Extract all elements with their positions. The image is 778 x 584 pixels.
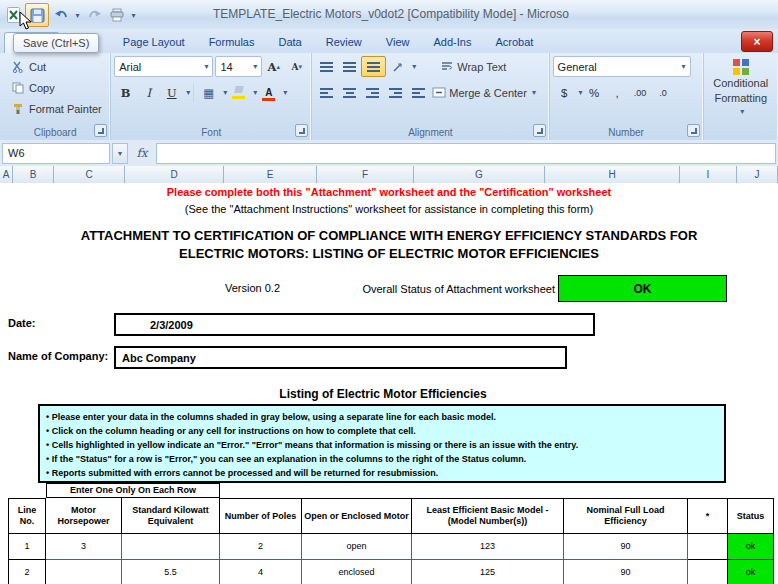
- col-header-open-enclosed[interactable]: Open or Enclosed Motor: [302, 498, 412, 534]
- column-header-j[interactable]: J: [737, 166, 778, 183]
- cell-status[interactable]: ok: [728, 534, 774, 560]
- tab-view[interactable]: View: [374, 32, 422, 53]
- cell-horsepower[interactable]: [46, 560, 122, 584]
- orientation-button[interactable]: [386, 57, 409, 76]
- shrink-font-button[interactable]: A▾: [285, 57, 308, 76]
- font-family-select[interactable]: Arial ▾: [114, 56, 213, 77]
- column-header-a[interactable]: A: [0, 166, 13, 183]
- decrease-indent-button[interactable]: [384, 83, 407, 102]
- column-header-c[interactable]: C: [54, 166, 125, 183]
- col-header-model[interactable]: Least Efficient Basic Model - (Model Num…: [412, 498, 564, 534]
- table-group-header[interactable]: Enter One Only On Each Row: [46, 483, 220, 498]
- company-value-cell[interactable]: Abc Company: [114, 346, 567, 369]
- tab-formulas[interactable]: Formulas: [197, 32, 267, 53]
- decrease-decimal-button[interactable]: .0: [652, 83, 675, 102]
- col-header-efficiency[interactable]: Nominal Full Load Efficiency: [564, 498, 688, 534]
- align-bottom-button[interactable]: [361, 56, 386, 77]
- align-top-button[interactable]: [315, 57, 338, 76]
- formula-input[interactable]: [156, 143, 776, 164]
- cell-efficiency[interactable]: 90: [564, 560, 688, 584]
- qat-more-button[interactable]: ▾: [129, 11, 138, 20]
- percent-button[interactable]: %: [583, 83, 606, 102]
- font-size-select[interactable]: 14 ▾: [215, 56, 262, 77]
- column-header-b[interactable]: B: [13, 166, 54, 183]
- close-button[interactable]: ×: [741, 31, 773, 52]
- grow-font-button[interactable]: A▴: [262, 57, 285, 76]
- cell-efficiency[interactable]: 90: [564, 534, 688, 560]
- undo-caret[interactable]: ▾: [73, 11, 82, 20]
- align-center-button[interactable]: [338, 83, 361, 102]
- decrease-indent-icon: [389, 88, 402, 98]
- name-box-caret[interactable]: ▾: [112, 143, 128, 164]
- cell-poles[interactable]: 4: [220, 560, 302, 584]
- fill-color-button[interactable]: [227, 83, 250, 102]
- redo-button[interactable]: [83, 4, 105, 26]
- cell-poles[interactable]: 2: [220, 534, 302, 560]
- col-header-kilowatt[interactable]: Standard Kilowatt Equivalent: [122, 498, 220, 534]
- align-left-button[interactable]: [315, 83, 338, 102]
- cell-line-no[interactable]: 2: [8, 560, 46, 584]
- column-header-f[interactable]: F: [317, 166, 414, 183]
- copy-button[interactable]: Copy: [0, 79, 110, 97]
- column-header-e[interactable]: E: [224, 166, 317, 183]
- cut-button[interactable]: Cut: [0, 58, 110, 76]
- orientation-caret[interactable]: ▾: [412, 62, 416, 71]
- comma-style-button[interactable]: ,: [606, 83, 629, 102]
- currency-button[interactable]: $: [553, 83, 576, 102]
- font-group-label: Font: [111, 127, 311, 138]
- font-color-button[interactable]: A: [257, 83, 280, 102]
- increase-decimal-button[interactable]: .00: [629, 83, 652, 102]
- date-value-cell[interactable]: 2/3/2009: [114, 313, 595, 336]
- column-header-h[interactable]: H: [545, 166, 680, 183]
- clipboard-dialog-launcher[interactable]: [94, 124, 107, 137]
- cell-asterisk[interactable]: [688, 560, 728, 584]
- column-header-g[interactable]: G: [414, 166, 545, 183]
- cell-asterisk[interactable]: [688, 534, 728, 560]
- tab-review[interactable]: Review: [314, 32, 374, 53]
- column-header-i[interactable]: I: [680, 166, 737, 183]
- tab-data[interactable]: Data: [266, 32, 313, 53]
- worksheet[interactable]: Please complete both this "Attachment" w…: [0, 183, 778, 584]
- format-painter-button[interactable]: Format Painter: [0, 100, 110, 118]
- col-header-asterisk[interactable]: *: [688, 498, 728, 534]
- align-middle-button[interactable]: [338, 57, 361, 76]
- underline-caret[interactable]: ▾: [186, 88, 190, 97]
- cell-horsepower[interactable]: 3: [46, 534, 122, 560]
- tab-add-ins[interactable]: Add-Ins: [421, 32, 483, 53]
- tab-page-layout[interactable]: Page Layout: [111, 32, 197, 53]
- italic-button[interactable]: I: [137, 83, 160, 102]
- col-header-status[interactable]: Status: [728, 498, 774, 534]
- col-header-line-no[interactable]: Line No.: [8, 498, 46, 534]
- tab-acrobat[interactable]: Acrobat: [483, 32, 545, 53]
- font-color-caret[interactable]: ▾: [283, 88, 287, 97]
- insert-function-button[interactable]: fx: [130, 146, 154, 160]
- alignment-dialog-launcher[interactable]: [533, 124, 546, 137]
- merge-center-caret[interactable]: ▾: [532, 88, 536, 97]
- number-format-select[interactable]: General ▾: [553, 56, 691, 77]
- merge-center-button[interactable]: Merge & Center: [430, 83, 529, 102]
- increase-indent-button[interactable]: [407, 83, 430, 102]
- print-button[interactable]: [106, 4, 128, 26]
- underline-button[interactable]: U: [160, 83, 183, 102]
- cell-model[interactable]: 125: [412, 560, 564, 584]
- borders-button[interactable]: ▦: [197, 83, 220, 102]
- name-box[interactable]: W6: [2, 143, 110, 164]
- bold-button[interactable]: B: [114, 83, 137, 102]
- conditional-formatting-button[interactable]: Conditional Formatting ▾: [704, 53, 778, 117]
- number-dialog-launcher[interactable]: [687, 124, 700, 137]
- cell-kilowatt[interactable]: 5.5: [122, 560, 220, 584]
- column-header-d[interactable]: D: [125, 166, 224, 183]
- overall-status-value[interactable]: OK: [558, 275, 727, 302]
- cell-line-no[interactable]: 1: [8, 534, 46, 560]
- cell-status[interactable]: ok: [728, 560, 774, 584]
- cell-open-enclosed[interactable]: open: [302, 534, 412, 560]
- cell-model[interactable]: 123: [412, 534, 564, 560]
- col-header-horsepower[interactable]: Motor Horsepower: [46, 498, 122, 534]
- undo-button[interactable]: [50, 4, 72, 26]
- cell-open-enclosed[interactable]: enclosed: [302, 560, 412, 584]
- wrap-text-button[interactable]: Wrap Text: [438, 57, 508, 76]
- font-dialog-launcher[interactable]: [295, 124, 308, 137]
- cell-kilowatt[interactable]: [122, 534, 220, 560]
- col-header-poles[interactable]: Number of Poles: [220, 498, 302, 534]
- align-right-button[interactable]: [361, 83, 384, 102]
